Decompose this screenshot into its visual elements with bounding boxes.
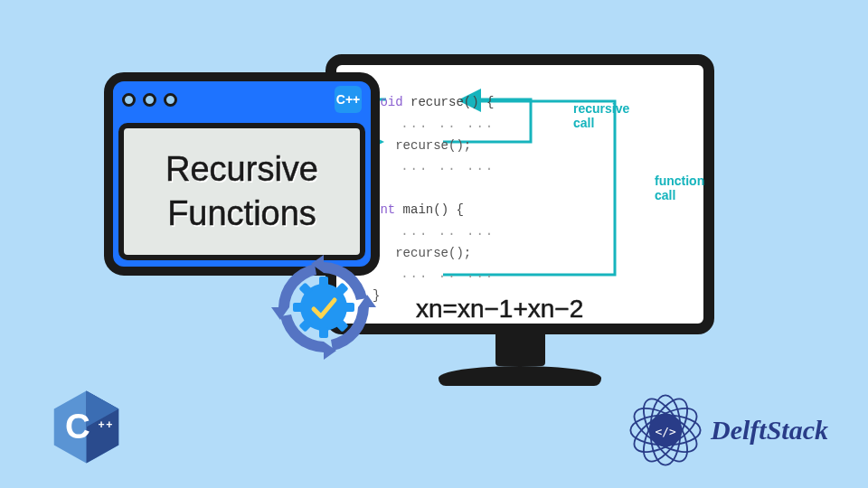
code-line-5: } bbox=[373, 178, 495, 200]
delftstack-rosette-icon: </> bbox=[624, 389, 707, 472]
code-block: void recurse() { ... .. ... recurse(); .… bbox=[373, 92, 495, 307]
annotation-function-call: function call bbox=[655, 174, 704, 202]
monitor-screen: void recurse() { ... .. ... recurse(); .… bbox=[326, 54, 714, 334]
refresh-gear-icon bbox=[269, 253, 378, 361]
svg-text:+: + bbox=[106, 418, 112, 431]
code-line-4: ... .. ... bbox=[373, 156, 495, 178]
delftstack-brand-text: DelftStack bbox=[711, 415, 828, 446]
monitor-illustration: void recurse() { ... .. ... recurse(); .… bbox=[326, 54, 714, 398]
svg-text:+: + bbox=[99, 418, 105, 431]
traffic-dot-2 bbox=[143, 93, 156, 107]
delftstack-logo: </> DelftStack bbox=[624, 389, 828, 472]
title-line-1: Recursive bbox=[165, 147, 318, 192]
annotation-recursive-call: recursive call bbox=[573, 101, 629, 130]
app-titlebar: C++ bbox=[113, 81, 371, 117]
app-window: C++ Recursive Functions bbox=[104, 72, 380, 276]
code-line-8: ... .. ... bbox=[373, 221, 495, 243]
svg-rect-7 bbox=[293, 303, 304, 312]
svg-rect-6 bbox=[319, 327, 328, 338]
traffic-dot-1 bbox=[122, 93, 136, 107]
code-line-7: int main() { bbox=[373, 200, 495, 221]
svg-rect-5 bbox=[319, 277, 328, 287]
code-line-2: ... .. ... bbox=[373, 114, 495, 136]
equation-text: xn=xn−1+xn−2 bbox=[416, 295, 583, 324]
app-window-title: Recursive Functions bbox=[118, 123, 365, 260]
monitor-base bbox=[439, 366, 601, 386]
svg-rect-8 bbox=[344, 303, 354, 312]
code-line-10: ... .. ... bbox=[373, 264, 495, 286]
cpp-hex-logo-icon: C + + bbox=[52, 389, 120, 465]
title-line-2: Functions bbox=[167, 192, 316, 236]
monitor-neck bbox=[495, 334, 545, 366]
code-line-3: recurse(); bbox=[373, 136, 495, 157]
code-line-1: void recurse() { bbox=[373, 92, 495, 114]
code-line-9: recurse(); bbox=[373, 243, 495, 265]
traffic-dot-3 bbox=[164, 93, 177, 107]
cpp-badge-icon: C++ bbox=[335, 86, 362, 113]
svg-text:C: C bbox=[65, 407, 90, 446]
svg-text:</>: </> bbox=[655, 425, 676, 438]
